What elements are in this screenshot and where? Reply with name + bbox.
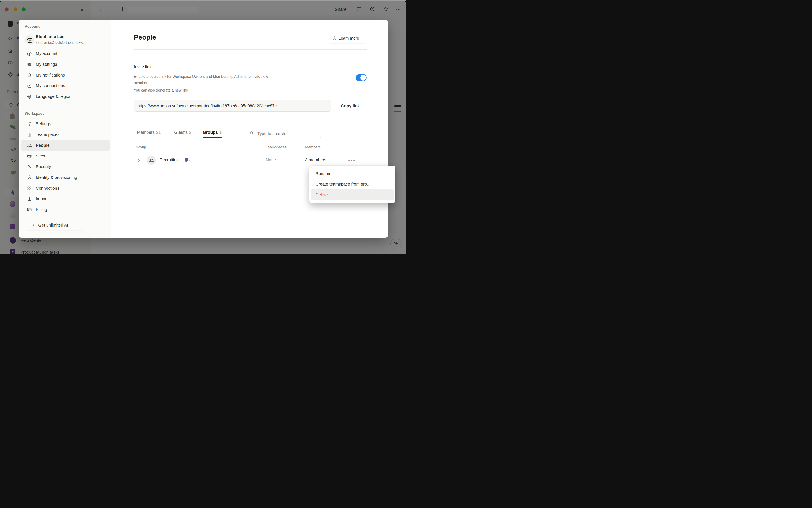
menu-item-rename[interactable]: Rename xyxy=(311,168,394,179)
browser-cursor-icon xyxy=(27,154,32,159)
sidebar-item-my-connections[interactable]: My connections xyxy=(21,81,110,91)
bell-icon xyxy=(27,73,32,78)
active-tab-underline xyxy=(203,137,222,138)
chevron-right-icon[interactable] xyxy=(136,158,141,163)
avatar xyxy=(26,36,34,44)
group-name: Recruiting xyxy=(160,158,179,162)
sidebar-item-people[interactable]: People xyxy=(21,140,110,151)
arrow-up-right-box-icon xyxy=(27,83,32,88)
invite-url-input[interactable] xyxy=(134,100,331,112)
row-more-options-icon[interactable]: ●●● xyxy=(348,159,356,162)
invite-desc-line1: Enable a secret link for Workspace Owner… xyxy=(134,74,268,79)
screen: « ← → + Share ••• S S H I xyxy=(0,0,406,254)
account-email: stephanie@toolsforthought.xyz xyxy=(36,41,84,45)
grid-icon xyxy=(27,186,32,191)
sidebar-item-connections[interactable]: Connections xyxy=(21,183,110,194)
sidebar-item-import[interactable]: Import xyxy=(21,194,110,204)
question-circle-icon xyxy=(332,36,337,41)
people-icon xyxy=(27,143,32,148)
key-icon xyxy=(27,164,32,169)
generate-new-link[interactable]: generate a new link xyxy=(156,88,188,92)
copy-link-button[interactable]: Copy link xyxy=(334,100,367,112)
settings-dialog: Account Stephanie Lee stephanie@toolsfor… xyxy=(19,20,388,238)
speaking-head-emoji xyxy=(184,157,191,163)
shield-check-icon xyxy=(27,175,32,180)
group-teamspaces-value: None xyxy=(266,158,276,162)
import-arrow-icon xyxy=(27,197,32,202)
account-section-label: Account xyxy=(25,24,40,29)
workspace-section-label: Workspace xyxy=(25,112,44,116)
sidebar-item-security[interactable]: Security xyxy=(21,162,110,172)
group-context-menu: Rename Create teamspace from gro... Dele… xyxy=(309,166,396,203)
invite-link-heading: Invite link xyxy=(134,65,151,69)
search-icon xyxy=(249,131,254,136)
sidebar-item-my-notifications[interactable]: My notifications xyxy=(21,70,110,81)
sidebar-item-identity-provisioning[interactable]: Identity & provisioning xyxy=(21,172,110,183)
learn-more-button[interactable]: Learn more xyxy=(329,33,367,43)
column-header-group[interactable]: Group xyxy=(136,145,146,150)
desktop-menubar-sliver xyxy=(0,0,406,1)
toggle-knob xyxy=(360,75,366,81)
sliders-icon xyxy=(27,62,32,67)
person-circle-icon xyxy=(27,51,32,56)
gear-icon xyxy=(27,121,32,126)
tab-members[interactable]: Members21 xyxy=(137,130,161,135)
search-input[interactable] xyxy=(257,130,313,137)
menu-item-create-teamspace[interactable]: Create teamspace from gro... xyxy=(311,179,394,189)
sidebar-item-settings-workspace[interactable]: Settings xyxy=(21,119,110,129)
building-icon xyxy=(27,132,32,137)
invite-desc-line2: members. xyxy=(134,81,150,85)
credit-card-icon xyxy=(27,207,32,212)
sparkles-icon xyxy=(30,222,36,228)
group-avatar xyxy=(147,156,156,165)
sidebar-item-my-settings[interactable]: My settings xyxy=(21,59,110,70)
title-divider xyxy=(134,49,367,50)
sidebar-item-sites[interactable]: Sites xyxy=(21,151,110,162)
tab-guests[interactable]: Guests2 xyxy=(174,130,191,135)
tab-groups[interactable]: Groups1 xyxy=(203,130,221,135)
globe-icon xyxy=(27,94,32,99)
notion-window: « ← → + Share ••• S S H I xyxy=(0,1,406,254)
account-name: Stephanie Lee xyxy=(36,34,65,39)
create-group-button[interactable]: Create a group xyxy=(320,127,367,138)
sidebar-item-teamspaces[interactable]: Teamspaces xyxy=(21,129,110,140)
sidebar-item-billing[interactable]: Billing xyxy=(21,204,110,215)
invite-link-toggle[interactable] xyxy=(356,74,367,81)
page-title: People xyxy=(134,33,156,41)
group-members-value: 3 members xyxy=(305,158,326,162)
sidebar-item-my-account[interactable]: My account xyxy=(21,48,110,59)
column-header-members[interactable]: Members xyxy=(305,145,321,150)
column-header-teamspaces[interactable]: Teamspaces xyxy=(266,145,287,150)
menu-item-delete[interactable]: Delete xyxy=(311,189,394,200)
invite-also-line: You can also generate a new link xyxy=(134,88,188,93)
settings-sidebar: Account Stephanie Lee stephanie@toolsfor… xyxy=(19,20,111,238)
get-unlimited-ai-button[interactable]: Get unlimited AI xyxy=(26,220,85,230)
sidebar-item-language-region[interactable]: Language & region xyxy=(21,91,110,102)
